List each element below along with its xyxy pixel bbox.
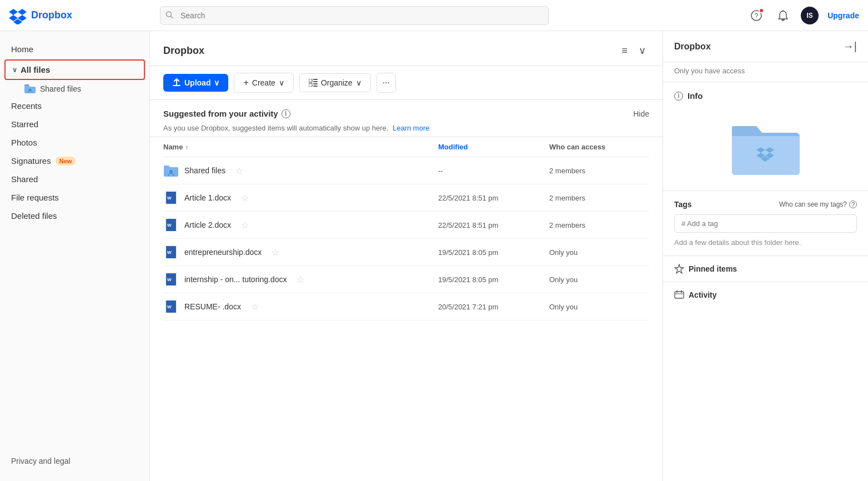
table-row[interactable]: W internship - on... tutoring.docx ☆ 19/…: [163, 266, 649, 293]
svg-text:W: W: [167, 223, 172, 228]
tags-section: Tags Who can see my tags? ? Add a few de…: [663, 191, 868, 256]
suggested-description: As you use Dropbox, suggested items will…: [163, 124, 649, 132]
star-button[interactable]: ☆: [241, 220, 249, 231]
table-row[interactable]: W RESUME- .docx ☆ 20/5/2021 7:21 pm Only…: [163, 293, 649, 320]
tags-info-link[interactable]: Who can see my tags? ?: [779, 201, 857, 208]
right-panel-close-button[interactable]: →|: [843, 40, 857, 53]
user-avatar[interactable]: IS: [801, 7, 819, 24]
file-modified: 19/5/2021 8:05 pm: [438, 275, 549, 284]
file-requests-label: File requests: [11, 193, 59, 202]
file-name: internship - on... tutoring.docx: [184, 275, 287, 284]
docx-icon: W: [163, 272, 179, 287]
col-name-header: Name ↑: [163, 143, 438, 151]
sidebar-item-recents[interactable]: Recents: [0, 97, 149, 115]
right-panel: Dropbox →| Only you have access i Info: [663, 31, 868, 481]
sidebar-item-signatures[interactable]: Signatures New: [0, 152, 149, 170]
hide-button[interactable]: Hide: [633, 109, 649, 118]
file-modified: 22/5/2021 8:51 pm: [438, 221, 549, 229]
star-button[interactable]: ☆: [297, 274, 304, 285]
tag-input[interactable]: [674, 214, 857, 233]
help-badge: [759, 8, 764, 13]
table-row[interactable]: Shared files ☆ -- 2 members: [163, 157, 649, 184]
organize-button[interactable]: Organize ∨: [299, 73, 371, 92]
pinned-title: Pinned items: [689, 264, 737, 273]
shared-files-label: Shared files: [40, 84, 81, 93]
docx-icon: W: [163, 299, 179, 314]
notifications-button[interactable]: [774, 7, 792, 24]
col-access-header: Who can access: [549, 143, 649, 151]
sidebar-item-home[interactable]: Home: [0, 40, 149, 58]
table-row[interactable]: W Article 2.docx ☆ 22/5/2021 8:51 pm 2 m…: [163, 212, 649, 239]
file-name: RESUME- .docx: [184, 302, 241, 311]
more-options-button[interactable]: ···: [377, 73, 396, 93]
right-panel-header: Dropbox →|: [663, 31, 868, 62]
organize-icon: [309, 79, 318, 87]
table-row[interactable]: W Article 1.docx ☆ 22/5/2021 8:51 pm 2 m…: [163, 184, 649, 212]
sidebar-item-photos[interactable]: Photos: [0, 133, 149, 152]
sidebar-item-deleted-files[interactable]: Deleted files: [0, 207, 149, 225]
file-name: entrepreneurship.docx: [184, 248, 262, 257]
star-button[interactable]: ☆: [272, 247, 279, 258]
all-files-label: All files: [21, 65, 50, 74]
sidebar-item-file-requests[interactable]: File requests: [0, 188, 149, 207]
topbar-actions: ? IS Upgrade: [747, 7, 859, 24]
file-name: Article 2.docx: [184, 221, 231, 229]
all-files-wrapper: ∨ All files: [4, 59, 145, 80]
sidebar-item-shared-files[interactable]: Shared files: [0, 81, 149, 97]
star-button[interactable]: ☆: [241, 193, 249, 203]
signatures-new-badge: New: [56, 157, 76, 166]
help-button[interactable]: ?: [747, 7, 765, 24]
suggested-header: Suggested from your activity i Hide: [163, 109, 649, 118]
upload-button[interactable]: Upload ∨: [163, 74, 228, 92]
suggested-info-icon[interactable]: i: [282, 109, 290, 118]
activity-section[interactable]: Activity: [663, 282, 868, 308]
pinned-section[interactable]: Pinned items: [663, 256, 868, 282]
info-circle-icon: i: [674, 92, 683, 101]
svg-text:W: W: [167, 196, 172, 201]
info-section-title: i Info: [674, 91, 857, 101]
create-button[interactable]: + Create ∨: [234, 73, 293, 93]
create-plus-icon: +: [243, 78, 248, 88]
table-row[interactable]: W entrepreneurship.docx ☆ 19/5/2021 8:05…: [163, 239, 649, 266]
file-access: Only you: [549, 303, 649, 311]
star-button[interactable]: ☆: [251, 302, 259, 312]
content-header: Dropbox ≡ ∨: [150, 31, 663, 66]
search-input[interactable]: [160, 6, 549, 25]
folder-icon: [163, 163, 179, 178]
svg-rect-4: [309, 79, 312, 82]
svg-text:W: W: [167, 277, 172, 282]
docx-icon: W: [163, 190, 179, 206]
upgrade-button[interactable]: Upgrade: [827, 11, 859, 20]
learn-more-link[interactable]: Learn more: [393, 124, 429, 132]
sort-button[interactable]: ∨: [635, 42, 649, 59]
create-label: Create: [252, 78, 275, 87]
table-header: Name ↑ Modified Who can access: [163, 137, 649, 157]
app-logo[interactable]: Dropbox: [9, 7, 153, 24]
svg-rect-6: [313, 79, 318, 80]
create-chevron: ∨: [279, 78, 284, 87]
shared-label: Shared: [11, 174, 38, 184]
content-title: Dropbox: [163, 45, 204, 57]
tags-title: Tags: [674, 200, 692, 209]
svg-rect-7: [313, 81, 318, 82]
search-icon: [165, 11, 173, 20]
tags-header: Tags Who can see my tags? ?: [674, 200, 857, 209]
sidebar-item-starred[interactable]: Starred: [0, 115, 149, 133]
right-panel-title: Dropbox: [674, 42, 711, 52]
star-button[interactable]: ☆: [235, 166, 243, 176]
svg-text:W: W: [167, 304, 172, 309]
file-access: 2 members: [549, 167, 649, 175]
pinned-icon: [674, 264, 684, 274]
docx-icon: W: [163, 217, 179, 233]
sidebar-privacy-legal[interactable]: Privacy and legal: [0, 450, 149, 472]
sidebar: Home ∨ All files Shared files Recents St…: [0, 31, 150, 481]
list-view-button[interactable]: ≡: [618, 43, 631, 59]
all-files-arrow: ∨: [12, 66, 17, 74]
svg-text:?: ?: [755, 12, 759, 19]
upload-label: Upload: [184, 78, 210, 87]
sidebar-item-all-files[interactable]: ∨ All files: [6, 61, 144, 79]
sidebar-item-shared[interactable]: Shared: [0, 170, 149, 188]
tags-description: Add a few details about this folder here…: [674, 238, 857, 247]
svg-point-10: [169, 170, 173, 173]
sidebar-home-label: Home: [11, 44, 33, 54]
